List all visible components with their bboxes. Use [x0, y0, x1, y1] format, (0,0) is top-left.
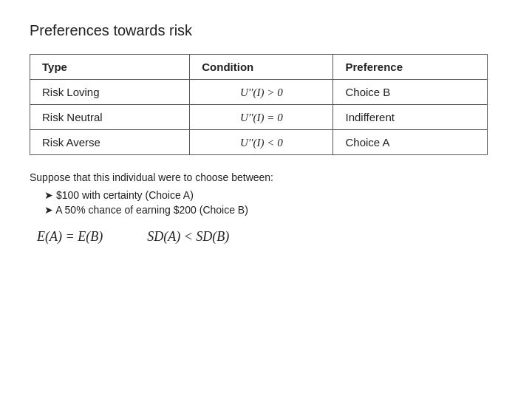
row-2-type: Risk Neutral — [30, 105, 190, 130]
page-title: Preferences towards risk — [30, 22, 502, 39]
formulas-section: E(A) = E(B) SD(A) < SD(B) — [37, 229, 502, 245]
table-row: Risk Averse U′′(I) < 0 Choice A — [30, 130, 488, 155]
formula-left: E(A) = E(B) — [37, 229, 103, 245]
row-3-condition: U′′(I) < 0 — [190, 130, 333, 155]
row-3-preference: Choice A — [333, 130, 488, 155]
formula-right: SD(A) < SD(B) — [147, 229, 229, 245]
row-1-preference: Choice B — [333, 80, 488, 105]
main-content: Preferences towards risk Type Condition … — [0, 0, 532, 267]
row-1-type: Risk Loving — [30, 80, 190, 105]
row-3-type: Risk Averse — [30, 130, 190, 155]
bullet-item-2: A 50% chance of earning $200 (Choice B) — [44, 204, 502, 216]
suppose-text: Suppose that this individual were to cho… — [30, 171, 502, 183]
row-1-condition: U′′(I) > 0 — [190, 80, 333, 105]
col-header-condition: Condition — [190, 55, 333, 80]
table-row: Risk Loving U′′(I) > 0 Choice B — [30, 80, 488, 105]
col-header-preference: Preference — [333, 55, 488, 80]
table-row: Risk Neutral U′′(I) = 0 Indifferent — [30, 105, 488, 130]
row-2-condition: U′′(I) = 0 — [190, 105, 333, 130]
risk-table: Type Condition Preference Risk Loving U′… — [30, 54, 488, 155]
bullet-item-1: $100 with certainty (Choice A) — [44, 189, 502, 201]
row-2-preference: Indifferent — [333, 105, 488, 130]
bullet-list: $100 with certainty (Choice A) A 50% cha… — [44, 189, 502, 216]
col-header-type: Type — [30, 55, 190, 80]
